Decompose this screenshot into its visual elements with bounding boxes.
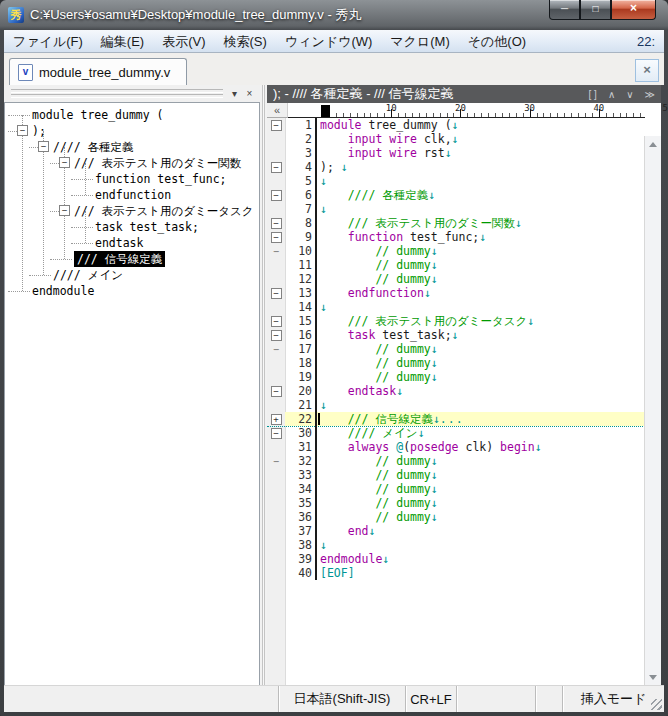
- outline-tree[interactable]: module tree_dummy (−);−//// 各種定義−/// 表示テ…: [4, 102, 260, 686]
- scroll-down-button[interactable]: [645, 670, 661, 685]
- outline-menu-button[interactable]: ▾: [227, 87, 242, 101]
- code-line-12[interactable]: 12 // dummy↓: [267, 272, 645, 286]
- collapse-icon[interactable]: −: [59, 157, 70, 168]
- code-line-7[interactable]: 7↓: [267, 202, 645, 216]
- code-text[interactable]: ↓: [317, 300, 327, 314]
- code-text[interactable]: ↓: [317, 398, 327, 412]
- menu-edit[interactable]: 編集(E): [92, 31, 153, 52]
- code-line-9[interactable]: −9 function test_func;↓: [267, 230, 645, 244]
- menu-view[interactable]: 表示(V): [153, 31, 214, 52]
- collapse-icon[interactable]: −: [17, 125, 28, 136]
- outline-item-module-decl[interactable]: module tree_dummy (: [5, 107, 259, 123]
- code-text[interactable]: // dummy↓: [317, 370, 438, 384]
- code-line-39[interactable]: 39endmodule↓: [267, 552, 645, 566]
- outline-item-task-test-task[interactable]: task test_task;: [5, 219, 259, 235]
- code-text[interactable]: /// 表示テスト用のダミータスク↓: [317, 314, 534, 328]
- code-line-36[interactable]: 36 // dummy↓: [267, 510, 645, 524]
- code-line-2[interactable]: 2 input wire clk,↓: [267, 132, 645, 146]
- code-text[interactable]: // dummy↓: [317, 258, 438, 272]
- code-text[interactable]: ↓: [317, 202, 327, 216]
- code-text[interactable]: // dummy↓: [317, 356, 438, 370]
- code-line-16[interactable]: −16 task test_task;↓: [267, 328, 645, 342]
- code-text[interactable]: ↓: [317, 538, 327, 552]
- code-line-15[interactable]: −15 /// 表示テスト用のダミータスク↓: [267, 314, 645, 328]
- fold-range-icon[interactable]: [ ]: [589, 89, 597, 100]
- minimize-button[interactable]: ─: [549, 0, 580, 20]
- outline-item-endfunction[interactable]: endfunction: [5, 187, 259, 203]
- titlebar[interactable]: 秀 C:¥Users¥osamu¥Desktop¥module_tree_dum…: [4, 0, 664, 30]
- code-text[interactable]: module tree_dummy (↓: [317, 118, 459, 132]
- outline-item-section-signal-defs[interactable]: /// 信号線定義: [5, 251, 259, 267]
- tab-module-tree-dummy[interactable]: v module_tree_dummy.v: [9, 58, 187, 85]
- code-text[interactable]: ↓: [317, 174, 327, 188]
- outline-item-endmodule[interactable]: endmodule: [5, 283, 259, 299]
- code-line-13[interactable]: −13 endfunction↓: [267, 286, 645, 300]
- status-encoding[interactable]: 日本語(Shift-JIS): [278, 686, 405, 712]
- code-text[interactable]: // dummy↓: [317, 454, 438, 468]
- code-text[interactable]: [EOF]: [317, 566, 355, 580]
- fold-collapse-icon[interactable]: −: [271, 190, 282, 201]
- code-line-4[interactable]: −4); ↓: [267, 160, 645, 174]
- code-line-18[interactable]: 18 // dummy↓: [267, 356, 645, 370]
- outline-close-button[interactable]: ×: [242, 87, 257, 101]
- scroll-up-button[interactable]: [645, 137, 661, 152]
- code-text[interactable]: // dummy↓: [317, 272, 438, 286]
- code-line-40[interactable]: 40[EOF]: [267, 566, 645, 580]
- outline-item-section-dummy-task[interactable]: −/// 表示テスト用のダミータスク: [5, 203, 259, 219]
- code-text[interactable]: task test_task;↓: [317, 328, 459, 342]
- fold-collapse-icon[interactable]: −: [271, 316, 282, 327]
- fold-collapse-icon[interactable]: −: [271, 330, 282, 341]
- collapse-icon[interactable]: −: [59, 205, 70, 216]
- prev-heading-icon[interactable]: ∧: [608, 89, 615, 100]
- close-window-button[interactable]: ×: [611, 0, 656, 20]
- outline-item-section-main[interactable]: //// メイン: [5, 267, 259, 283]
- panel-drag-grip[interactable]: [11, 88, 223, 99]
- code-line-3[interactable]: 3 input wire rst↓: [267, 146, 645, 160]
- code-line-34[interactable]: 34 // dummy↓: [267, 482, 645, 496]
- code-text[interactable]: // dummy↓: [317, 244, 438, 258]
- code-line-20[interactable]: −20 endtask↓: [267, 384, 645, 398]
- outline-bar[interactable]: ); - //// 各種定義 - /// 信号線定義 [ ]∧∨≫: [267, 85, 661, 103]
- code-line-37[interactable]: 37 end↓: [267, 524, 645, 538]
- fold-collapse-icon[interactable]: −: [271, 428, 282, 439]
- code-line-8[interactable]: −8 /// 表示テスト用のダミー関数↓: [267, 216, 645, 230]
- status-input-mode[interactable]: 挿入モード: [562, 686, 664, 712]
- fold-collapse-icon[interactable]: −: [271, 386, 282, 397]
- code-line-19[interactable]: 19 // dummy↓: [267, 370, 645, 384]
- fold-collapse-icon[interactable]: −: [271, 232, 282, 243]
- fold-collapse-icon[interactable]: −: [271, 162, 282, 173]
- code-line-32[interactable]: −32 // dummy↓: [267, 454, 645, 468]
- next-heading-icon[interactable]: ∨: [626, 89, 633, 100]
- code-text[interactable]: //// 各種定義↓: [317, 188, 435, 202]
- code-text[interactable]: endfunction↓: [317, 286, 431, 300]
- code-text[interactable]: input wire rst↓: [317, 146, 452, 160]
- code-text[interactable]: // dummy↓: [317, 496, 438, 510]
- menu-macro[interactable]: マクロ(M): [381, 31, 458, 52]
- code-line-11[interactable]: 11 // dummy↓: [267, 258, 645, 272]
- code-line-17[interactable]: −17 // dummy↓: [267, 342, 645, 356]
- code-line-10[interactable]: −10 // dummy↓: [267, 244, 645, 258]
- code-text[interactable]: // dummy↓: [317, 342, 438, 356]
- fold-collapse-icon[interactable]: −: [271, 218, 282, 229]
- code-text[interactable]: end↓: [317, 524, 375, 538]
- app-icon[interactable]: 秀: [8, 7, 24, 23]
- outline-item-section-dummy-function[interactable]: −/// 表示テスト用のダミー関数: [5, 155, 259, 171]
- code-text[interactable]: // dummy↓: [317, 468, 438, 482]
- code-text[interactable]: input wire clk,↓: [317, 132, 459, 146]
- outline-item-function-test-func[interactable]: function test_func;: [5, 171, 259, 187]
- fold-margin-collapse-button[interactable]: «: [267, 103, 288, 118]
- panel-splitter[interactable]: [260, 85, 267, 686]
- code-text[interactable]: endmodule↓: [317, 552, 389, 566]
- vertical-scrollbar[interactable]: [644, 136, 661, 686]
- code-line-30[interactable]: −30 //// メイン↓: [267, 426, 645, 440]
- code-line-5[interactable]: 5↓: [267, 174, 645, 188]
- code-text[interactable]: // dummy↓: [317, 510, 438, 524]
- menu-window[interactable]: ウィンドウ(W): [276, 31, 381, 52]
- outline-item-section-various-defs[interactable]: −//// 各種定義: [5, 139, 259, 155]
- code-text[interactable]: function test_func;↓: [317, 230, 486, 244]
- code-line-33[interactable]: 33 // dummy↓: [267, 468, 645, 482]
- menu-search[interactable]: 検索(S): [215, 31, 276, 52]
- menu-file[interactable]: ファイル(F): [4, 31, 92, 52]
- collapse-icon[interactable]: −: [38, 141, 49, 152]
- code-text[interactable]: endtask↓: [317, 384, 403, 398]
